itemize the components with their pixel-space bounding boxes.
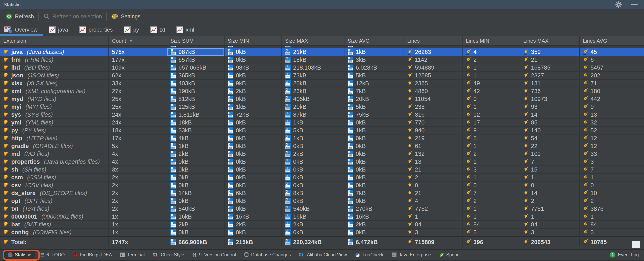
cell-size[interactable]: 0kB [344,229,404,236]
cell-extension[interactable]: Total: [0,238,109,247]
cell-lines[interactable]: 3 [462,166,520,173]
statusbar-item-terminal[interactable]: Terminal [116,250,149,260]
cell-size[interactable]: 0kB [224,119,282,126]
statusbar-item-checkstyle[interactable]: CSCheckStyle [149,250,188,260]
table-row[interactable]: csm(CSM files)2x0kB0kB0kB0kB2111 [0,174,644,182]
cell-lines[interactable]: 14 [520,189,580,197]
cell-count[interactable]: 25x [109,95,167,103]
cell-size[interactable]: 23kB [282,87,344,95]
table-row[interactable]: sh(SH files)3x0kB0kB0kB0kB213157 [0,166,644,174]
cell-lines[interactable]: 7 [462,189,520,197]
cell-lines[interactable]: 0 [580,182,644,189]
table-row[interactable]: java(Java classes)576x987kB0kB21kB1kB262… [0,48,644,56]
cell-size[interactable]: 0kB [224,95,282,103]
cell-size[interactable]: 0kB [224,150,282,158]
cell-extension[interactable]: opt(OPT files) [0,197,109,205]
cell-lines[interactable]: 45 [580,48,644,56]
cell-lines[interactable]: 9 [462,127,520,134]
cell-lines[interactable]: 12585 [404,72,462,79]
table-row[interactable]: http(HTTP files)17x4kB0kB1kB0kB21955412 [0,135,644,142]
statusbar-item-findbugs-idea[interactable]: FindBugs-IDEA [69,250,116,260]
cell-lines[interactable]: 1 [462,103,520,111]
cell-size[interactable]: 215kB [224,238,282,247]
table-row[interactable]: bat(BAT files)1x2kB2kB2kB2kB84848484 [0,221,644,229]
cell-size[interactable]: 20kB [344,95,404,103]
cell-lines[interactable]: 61 [404,142,462,150]
cell-lines[interactable]: 359 [520,48,580,56]
cell-size[interactable]: 218,103kB [282,64,344,71]
scrollbar-thumb[interactable] [632,241,640,248]
cell-size[interactable]: 0kB [167,182,224,189]
cell-size[interactable]: 1,811kB [167,111,224,118]
table-row[interactable]: opt(OPT files)2x0kB0kB0kB0kB4222 [0,197,644,205]
cell-size[interactable]: 0kB [224,158,282,166]
cell-size[interactable]: 0kB [282,166,344,173]
column-header-count[interactable]: Count [109,36,167,45]
cell-lines[interactable]: 11054 [404,95,462,103]
column-header-lines-min[interactable]: Lines MIN [462,36,520,45]
cell-size[interactable]: 0kB [224,229,282,236]
cell-lines[interactable]: 2 [462,56,520,63]
cell-lines[interactable]: 736 [520,87,580,95]
cell-count[interactable]: 177x [109,56,167,63]
cell-size[interactable]: 270kB [344,205,404,213]
cell-lines[interactable]: 7 [520,158,580,166]
column-header-lines-avg[interactable]: Lines AVG [580,36,644,45]
cell-lines[interactable]: 0 [462,95,520,103]
cell-lines[interactable]: 0 [462,182,520,189]
cell-lines[interactable]: 6 [580,56,644,63]
cell-lines[interactable]: 4 [462,48,520,56]
cell-size[interactable]: 18kB [167,119,224,126]
table-row[interactable]: md(MD files)4x2kB0kB2kB0kB132210933 [0,150,644,158]
cell-lines[interactable]: 2 [520,197,580,205]
column-header-size-min[interactable]: Size MIN [224,36,282,45]
cell-size[interactable]: 0kB [224,166,282,173]
cell-size[interactable]: 5kB [344,103,404,111]
cell-lines[interactable]: 13 [580,111,644,118]
cell-count[interactable]: 109x [109,64,167,71]
column-header-lines[interactable]: Lines [404,36,462,45]
cell-size[interactable]: 0kB [344,174,404,181]
cell-lines[interactable]: 1 [462,64,520,71]
cell-size[interactable]: 6,028kB [344,64,404,71]
table-row[interactable]: py(PY files)18x33kB0kB5kB1kB940914052 [0,127,644,135]
event-log-button[interactable]: 1 Event Log [610,252,644,258]
cell-size[interactable]: 0kB [282,174,344,181]
cell-size[interactable]: 98kB [224,64,282,71]
table-row[interactable]: xlsx(XLSX files)33x403kB9kB20kB12kB23654… [0,80,644,87]
cell-count[interactable]: 25x [109,103,167,111]
cell-size[interactable]: 0kB [344,158,404,166]
statusbar-item-statistic[interactable]: Statistic [3,250,35,260]
cell-size[interactable]: 16kB [344,213,404,220]
cell-size[interactable]: 0kB [344,166,404,173]
cell-lines[interactable]: 1 [462,142,520,150]
cell-size[interactable]: 0kB [224,174,282,181]
cell-lines[interactable]: 15 [520,166,580,173]
cell-lines[interactable]: 32 [580,119,644,126]
cell-size[interactable]: 0kB [224,142,282,150]
cell-lines[interactable]: 2 [462,197,520,205]
cell-lines[interactable]: 715809 [404,238,462,247]
cell-size[interactable]: 2kB [224,221,282,228]
cell-count[interactable]: 1747x [109,238,167,247]
statusbar-item-java-enterprise[interactable]: Java Enterprise [388,250,435,260]
tab-overview[interactable]: Overview [0,24,43,36]
table-row[interactable]: properties(Java properties files)4x0kB0k… [0,158,644,166]
cell-size[interactable]: 16kB [224,213,282,220]
table-row[interactable]: 00000001(00000001 files)1x16kB16kB16kB16… [0,213,644,221]
cell-extension[interactable]: json(JSON files) [0,72,109,79]
cell-lines[interactable]: 21 [520,56,580,63]
cell-lines[interactable]: 17 [462,119,520,126]
cell-size[interactable]: 16kB [167,213,224,220]
cell-lines[interactable]: 132 [404,150,462,158]
table-row[interactable]: gradle(GRADLE files)5x1kB0kB0kB0kB611221… [0,142,644,150]
cell-lines[interactable]: 1 [462,213,520,220]
cell-size[interactable]: 33kB [167,127,224,134]
cell-lines[interactable]: 14 [520,111,580,118]
total-row[interactable]: Total:1747x666,900kB215kB220,324kB6,472k… [0,238,644,247]
cell-count[interactable]: 576x [109,48,167,56]
cell-lines[interactable]: 3 [520,229,580,236]
cell-size[interactable]: 1kB [282,135,344,142]
cell-lines[interactable]: 4860 [404,87,462,95]
cell-lines[interactable]: 9 [580,103,644,111]
